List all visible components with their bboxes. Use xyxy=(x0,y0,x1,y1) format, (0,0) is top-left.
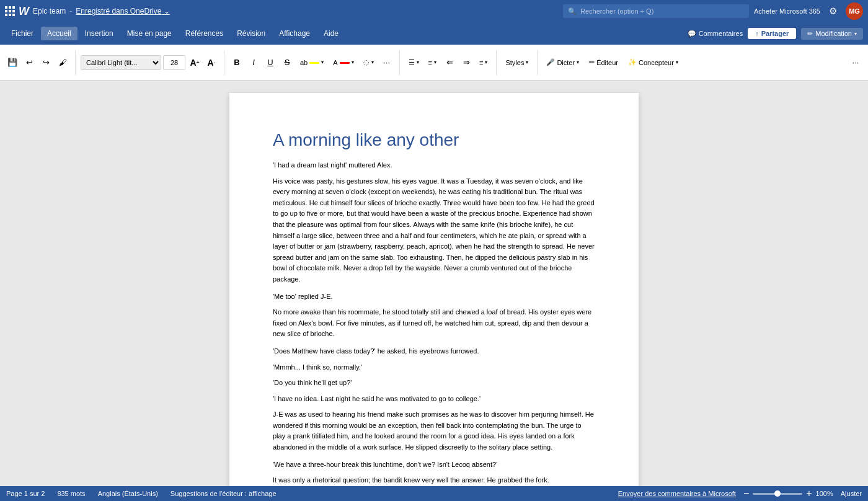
menu-item-mise-en-page[interactable]: Mise en page xyxy=(121,27,178,40)
app-grid-icon[interactable] xyxy=(5,6,15,16)
font-name-select[interactable]: Calibri Light (tit... xyxy=(81,55,161,70)
font-color-bar xyxy=(340,62,350,64)
decrease-font-button[interactable]: A- xyxy=(204,55,219,70)
menu-item-aide[interactable]: Aide xyxy=(317,27,345,40)
paragraph-8: J-E was as used to hearing his friend ma… xyxy=(273,409,595,453)
font-group: Calibri Light (tit... A+ A- xyxy=(81,55,219,70)
language-indicator[interactable]: Anglais (États-Unis) xyxy=(98,490,158,497)
ribbon-separator-4 xyxy=(496,50,497,75)
ribbon: 💾 ↩ ↪ 🖌 Calibri Light (tit... A+ A- B I … xyxy=(0,45,868,81)
ribbon-more-button[interactable]: ··· xyxy=(848,55,863,70)
paragraph-10: It was only a rhetorical question; the b… xyxy=(273,475,595,486)
send-comments-link[interactable]: Envoyer des commentaires à Microsoft xyxy=(618,490,736,497)
increase-font-button[interactable]: A+ xyxy=(187,55,202,70)
dictate-group: 🎤 Dicter ▾ xyxy=(542,55,583,70)
editor-group: ✏ Éditeur xyxy=(585,55,622,70)
menu-item-insertion[interactable]: Insertion xyxy=(79,27,120,40)
highlight-color-bar xyxy=(309,62,319,64)
paragraph-4: 'Does Matthew have class today?' he aske… xyxy=(273,346,595,357)
settings-icon[interactable]: ⚙ xyxy=(829,6,837,17)
comments-button[interactable]: 💬 Commentaires xyxy=(688,30,743,38)
numbered-dropdown-arrow: ▾ xyxy=(434,60,436,65)
buy-microsoft-365[interactable]: Acheter Microsoft 365 xyxy=(754,7,820,15)
more-format-button[interactable]: ··· xyxy=(379,55,394,70)
fit-page-button[interactable]: Ajuster xyxy=(841,490,862,497)
paragraph-0: 'I had a dream last night' muttered Alex… xyxy=(273,160,595,171)
paragraph-2: 'Me too' replied J-E. xyxy=(273,291,595,303)
editor-suggestions[interactable]: Suggestions de l'éditeur : affichage xyxy=(170,490,277,497)
quick-access-group: 💾 ↩ ↪ 🖌 xyxy=(5,55,70,70)
save-button[interactable]: 💾 xyxy=(5,55,20,70)
zoom-control: − + 100% xyxy=(743,489,833,499)
title-bar-right: Acheter Microsoft 365 ⚙ MG xyxy=(754,2,863,20)
bullets-dropdown-arrow: ▾ xyxy=(417,60,419,65)
paragraph-6: 'Do you think he'll get up?' xyxy=(273,378,595,389)
dictate-button[interactable]: 🎤 Dicter ▾ xyxy=(542,55,583,70)
clear-format-button[interactable]: ◌ ▾ xyxy=(360,55,378,70)
zoom-slider-thumb xyxy=(774,490,781,497)
numbered-list-button[interactable]: ≡ ▾ xyxy=(425,55,440,70)
menu-item-accueil[interactable]: Accueil xyxy=(41,27,78,40)
share-icon: ↑ xyxy=(755,30,759,37)
title-actions: Acheter Microsoft 365 ⚙ MG xyxy=(754,2,863,20)
mic-icon: 🎤 xyxy=(546,58,555,66)
menu-item-revision[interactable]: Révision xyxy=(231,27,272,40)
highlight-dropdown-arrow: ▾ xyxy=(321,60,324,65)
search-placeholder: Rechercher (option + Q) xyxy=(580,7,653,15)
undo-button[interactable]: ↩ xyxy=(22,55,37,70)
bullets-button[interactable]: ☰ ▾ xyxy=(405,55,423,70)
zoom-out-button[interactable]: − xyxy=(743,489,749,499)
title-bar-left: W Epic team - Enregistré dans OneDrive ⌄ xyxy=(5,5,558,18)
zoom-in-button[interactable]: + xyxy=(806,489,812,499)
align-button[interactable]: ≡ ▾ xyxy=(476,55,491,70)
share-button[interactable]: ↑ Partager xyxy=(748,28,796,39)
ribbon-separator-3 xyxy=(399,50,400,75)
styles-button[interactable]: Styles ▾ xyxy=(502,55,532,70)
menu-item-references[interactable]: Références xyxy=(179,27,229,40)
status-bar-right: Envoyer des commentaires à Microsoft − +… xyxy=(618,489,862,499)
zoom-slider[interactable] xyxy=(753,493,802,495)
strikethrough-button[interactable]: S xyxy=(280,55,294,70)
highlight-button[interactable]: ab ▾ xyxy=(296,55,327,70)
menu-right: 💬 Commentaires ↑ Partager ✏ Modification… xyxy=(688,28,863,40)
mode-button[interactable]: ✏ Modification ▾ xyxy=(801,28,863,40)
font-size-input[interactable] xyxy=(163,55,185,70)
paragraph-1: His voice was pasty, his gestures slow, … xyxy=(273,176,595,285)
font-color-dropdown-arrow: ▾ xyxy=(352,60,354,65)
status-bar: Page 1 sur 2 835 mots Anglais (États-Uni… xyxy=(0,486,868,501)
designer-button[interactable]: ✨ Concepteur ▾ xyxy=(624,55,682,70)
page-indicator[interactable]: Page 1 sur 2 xyxy=(6,490,45,497)
editor-icon: ✏ xyxy=(589,58,595,66)
editor-button[interactable]: ✏ Éditeur xyxy=(585,55,622,70)
document-title: A morning like any other xyxy=(273,130,595,150)
title-bar: W Epic team - Enregistré dans OneDrive ⌄… xyxy=(0,0,868,22)
document-area[interactable]: A morning like any other 'I had a dream … xyxy=(0,81,868,486)
designer-dropdown-arrow: ▾ xyxy=(676,60,678,65)
avatar[interactable]: MG xyxy=(846,2,863,20)
save-status[interactable]: Enregistré dans OneDrive ⌄ xyxy=(76,7,169,16)
menu-item-affichage[interactable]: Affichage xyxy=(273,27,316,40)
italic-button[interactable]: I xyxy=(246,55,261,70)
align-dropdown-arrow: ▾ xyxy=(485,60,487,65)
paragraph-9: 'We have a three-hour break this lunchti… xyxy=(273,459,595,471)
paragraph-5: 'Mmmh... I think so, normally.' xyxy=(273,362,595,373)
app-name: Epic team xyxy=(33,7,66,16)
format-painter-button[interactable]: 🖌 xyxy=(55,55,70,70)
redo-button[interactable]: ↪ xyxy=(38,55,53,70)
menu-item-fichier[interactable]: Fichier xyxy=(5,27,40,40)
font-color-button[interactable]: A ▾ xyxy=(329,55,357,70)
word-count[interactable]: 835 mots xyxy=(57,490,85,497)
designer-icon: ✨ xyxy=(628,58,637,66)
underline-button[interactable]: U xyxy=(263,55,278,70)
document-body[interactable]: 'I had a dream last night' muttered Alex… xyxy=(273,160,595,486)
comment-icon: 💬 xyxy=(688,30,696,38)
search-bar[interactable]: 🔍 Rechercher (option + Q) xyxy=(563,4,749,18)
indent-button[interactable]: ⇒ xyxy=(459,55,474,70)
word-icon: W xyxy=(19,5,29,18)
styles-group: Styles ▾ xyxy=(502,55,532,70)
document-page: A morning like any other 'I had a dream … xyxy=(229,93,639,486)
bold-button[interactable]: B xyxy=(229,55,244,70)
designer-group: ✨ Concepteur ▾ xyxy=(624,55,682,70)
search-icon: 🔍 xyxy=(568,7,577,16)
outdent-button[interactable]: ⇐ xyxy=(442,55,457,70)
